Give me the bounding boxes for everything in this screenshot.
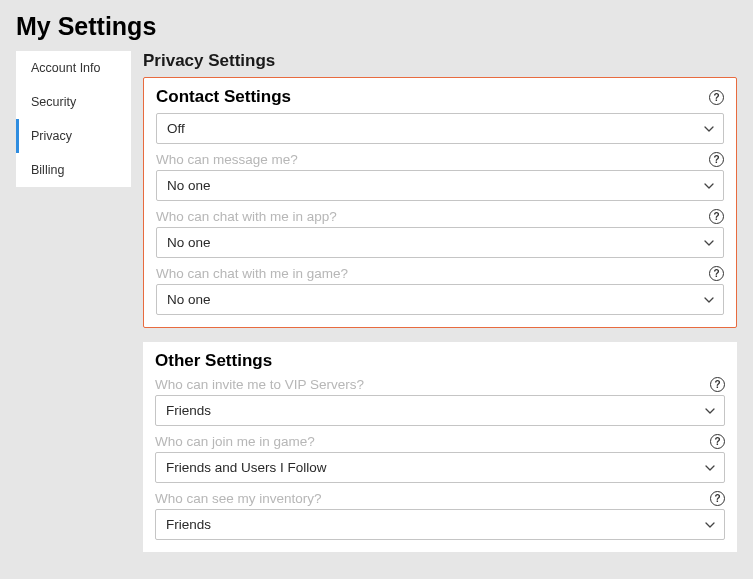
select-who-can-invite-me-to-vip-servers[interactable]: Friends <box>155 395 725 426</box>
setting-label: Who can see my inventory? <box>155 491 322 506</box>
setting-label: Who can chat with me in app? <box>156 209 337 224</box>
help-icon[interactable]: ? <box>710 434 725 449</box>
sidebar-item-security[interactable]: Security <box>16 85 131 119</box>
panel-title-row: Contact Settings? <box>156 87 724 107</box>
panel-title: Contact Settings <box>156 87 291 107</box>
help-icon[interactable]: ? <box>709 90 724 105</box>
setting-label-row: Who can chat with me in game?? <box>156 266 724 281</box>
panel-contact-settings: Contact Settings?OffWho can message me??… <box>143 77 737 328</box>
select-value: Friends <box>166 517 211 532</box>
panel-other-settings: Other SettingsWho can invite me to VIP S… <box>143 342 737 552</box>
select-privacy-level[interactable]: Off <box>156 113 724 144</box>
setting-label-row: Who can message me?? <box>156 152 724 167</box>
section-title: Privacy Settings <box>143 51 737 71</box>
select-wrap: Off <box>156 113 724 144</box>
help-icon[interactable]: ? <box>709 209 724 224</box>
select-who-can-join-me-in-game[interactable]: Friends and Users I Follow <box>155 452 725 483</box>
select-who-can-message-me[interactable]: No one <box>156 170 724 201</box>
select-wrap: Friends and Users I Follow <box>155 452 725 483</box>
sidebar-item-billing[interactable]: Billing <box>16 153 131 187</box>
select-value: Friends <box>166 403 211 418</box>
sidebar-item-label: Account Info <box>31 61 101 75</box>
select-wrap: No one <box>156 227 724 258</box>
select-value: No one <box>167 235 211 250</box>
sidebar-item-label: Billing <box>31 163 64 177</box>
help-icon[interactable]: ? <box>710 377 725 392</box>
setting-label-row: Who can join me in game?? <box>155 434 725 449</box>
setting-label: Who can join me in game? <box>155 434 315 449</box>
setting-label: Who can chat with me in game? <box>156 266 348 281</box>
sidebar: Account InfoSecurityPrivacyBilling <box>16 51 131 187</box>
select-wrap: Friends <box>155 509 725 540</box>
select-value: No one <box>167 292 211 307</box>
select-who-can-see-my-inventory[interactable]: Friends <box>155 509 725 540</box>
sidebar-item-label: Privacy <box>31 129 72 143</box>
sidebar-item-account-info[interactable]: Account Info <box>16 51 131 85</box>
setting-label-row: Who can chat with me in app?? <box>156 209 724 224</box>
main: Privacy Settings Contact Settings?OffWho… <box>143 51 737 566</box>
select-wrap: Friends <box>155 395 725 426</box>
select-value: No one <box>167 178 211 193</box>
select-value: Off <box>167 121 185 136</box>
panel-title-row: Other Settings <box>155 351 725 371</box>
sidebar-item-privacy[interactable]: Privacy <box>16 119 131 153</box>
select-who-can-chat-with-me-in-app[interactable]: No one <box>156 227 724 258</box>
sidebar-item-label: Security <box>31 95 76 109</box>
help-icon[interactable]: ? <box>709 152 724 167</box>
setting-label-row: Who can see my inventory?? <box>155 491 725 506</box>
page-title: My Settings <box>0 0 753 51</box>
select-wrap: No one <box>156 170 724 201</box>
layout: Account InfoSecurityPrivacyBilling Priva… <box>0 51 753 566</box>
setting-label: Who can message me? <box>156 152 298 167</box>
setting-label: Who can invite me to VIP Servers? <box>155 377 364 392</box>
help-icon[interactable]: ? <box>710 491 725 506</box>
setting-label-row: Who can invite me to VIP Servers?? <box>155 377 725 392</box>
select-wrap: No one <box>156 284 724 315</box>
select-who-can-chat-with-me-in-game[interactable]: No one <box>156 284 724 315</box>
help-icon[interactable]: ? <box>709 266 724 281</box>
select-value: Friends and Users I Follow <box>166 460 327 475</box>
panel-title: Other Settings <box>155 351 272 371</box>
